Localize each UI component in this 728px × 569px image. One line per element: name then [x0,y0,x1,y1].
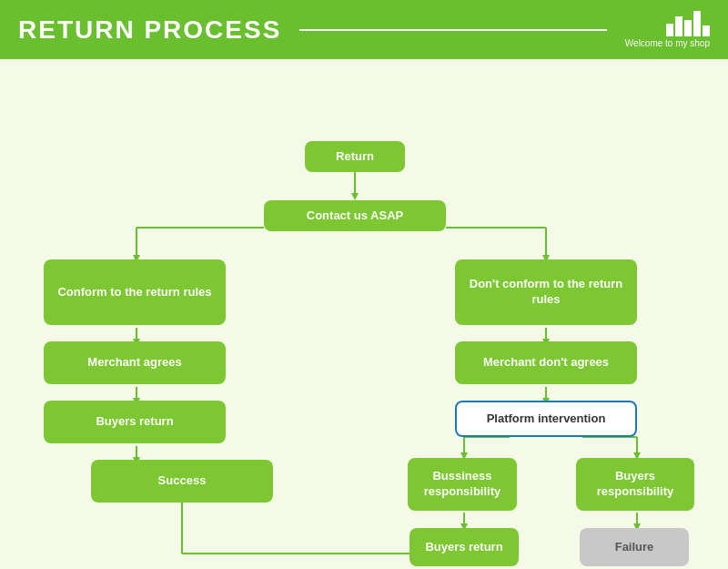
header-divider [299,29,606,31]
merchant-agrees-box: Merchant agrees [44,341,226,384]
dont-conform-box: Don't conform to the return rules [455,259,637,325]
buyers-responsibility-box: Buyers responsibility [576,458,694,511]
bar3 [684,20,692,36]
buyers-return-left-box: Buyers return [44,401,226,443]
bar1 [666,24,673,36]
tagline: Welcome to my shop [625,38,710,48]
merchant-dont-box: Merchant don't agrees [455,341,637,384]
bar4 [693,11,701,36]
buyers-return-right-box: Buyers return [410,528,519,566]
return-box: Return [305,141,405,172]
bar2 [675,16,682,36]
svg-marker-1 [351,193,359,200]
page-title: RETURN PROCESS [18,15,281,45]
success-box: Success [91,460,273,503]
bussiness-box: Bussiness responsibility [408,458,517,511]
logo-area: Welcome to my shop [625,11,710,48]
failure-box: Failure [580,528,689,566]
flowchart-content: Return Contact us ASAP Conform to the re… [0,59,728,569]
header: RETURN PROCESS Welcome to my shop [0,0,728,59]
conform-box: Conform to the return rules [44,259,226,325]
building-icon [666,11,710,36]
contact-box: Contact us ASAP [264,200,446,231]
platform-box: Platform intervention [455,401,637,437]
bar5 [703,25,710,36]
